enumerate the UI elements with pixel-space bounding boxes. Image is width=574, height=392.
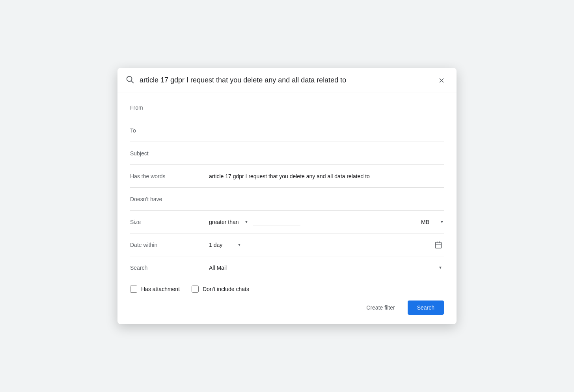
search-dialog: From To Subject Has the words Doesn't ha… [117,68,457,324]
search-bar [117,68,457,93]
date-within-select[interactable]: 1 day 3 days 1 week 2 weeks 1 month 2 mo… [209,242,241,248]
dont-include-chats-checkbox-item[interactable]: Don't include chats [192,286,249,293]
search-icon [125,75,134,86]
calendar-button[interactable] [433,239,444,250]
size-row: Size greater than less than ▼ MB KB byte… [130,211,444,233]
size-number-input[interactable] [253,218,300,226]
date-within-select-wrapper: 1 day 3 days 1 week 2 weeks 1 month 2 mo… [209,242,241,248]
close-button[interactable] [434,73,449,88]
has-words-label: Has the words [130,173,209,179]
search-where-select-wrapper: All Mail Inbox Sent Mail ▼ [209,265,444,271]
has-attachment-label: Has attachment [141,286,180,292]
search-button[interactable]: Search [408,301,444,315]
size-controls: greater than less than ▼ MB KB bytes ▼ [209,218,444,226]
size-unit-select[interactable]: MB KB bytes [421,219,444,225]
actions-row: Create filter Search [130,296,444,316]
doesnt-have-label: Doesn't have [130,196,209,202]
date-within-label: Date within [130,242,209,248]
svg-line-1 [131,81,133,83]
size-comparator-wrapper: greater than less than ▼ [209,219,248,225]
has-words-input[interactable] [209,172,444,181]
has-attachment-checkbox[interactable] [130,286,137,293]
to-label: To [130,127,209,134]
search-where-row: Search All Mail Inbox Sent Mail ▼ [130,256,444,279]
subject-label: Subject [130,150,209,157]
form-body: From To Subject Has the words Doesn't ha… [117,93,457,324]
doesnt-have-row: Doesn't have [130,188,444,211]
create-filter-button[interactable]: Create filter [360,301,401,315]
search-where-label: Search [130,265,209,271]
main-search-input[interactable] [140,76,429,84]
size-comparator-select[interactable]: greater than less than [209,219,248,225]
to-input[interactable] [209,126,444,135]
date-controls: 1 day 3 days 1 week 2 weeks 1 month 2 mo… [209,239,444,250]
from-input[interactable] [209,103,444,112]
svg-rect-4 [436,242,442,248]
has-attachment-checkbox-item[interactable]: Has attachment [130,286,180,293]
from-row: From [130,96,444,119]
has-words-row: Has the words [130,165,444,188]
from-label: From [130,105,209,111]
date-within-row: Date within 1 day 3 days 1 week 2 weeks … [130,233,444,256]
size-label: Size [130,219,209,225]
checkboxes-row: Has attachment Don't include chats [130,279,444,296]
to-row: To [130,119,444,142]
dont-include-chats-label: Don't include chats [203,286,249,292]
doesnt-have-input[interactable] [209,194,444,204]
size-unit-wrapper: MB KB bytes ▼ [421,219,444,225]
subject-input[interactable] [209,149,444,158]
search-where-select[interactable]: All Mail Inbox Sent Mail [209,265,444,271]
subject-row: Subject [130,142,444,165]
dont-include-chats-checkbox[interactable] [192,286,199,293]
